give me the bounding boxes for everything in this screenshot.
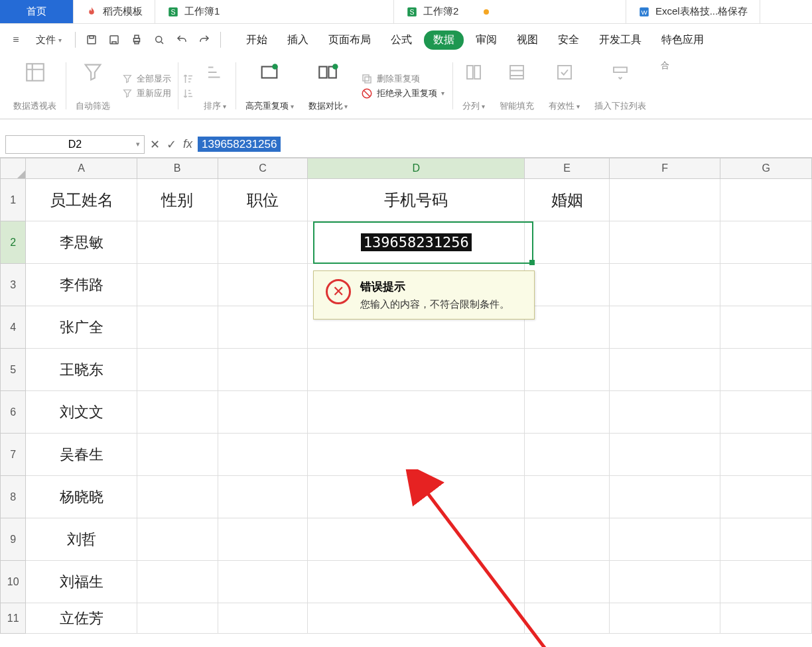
cell-A7[interactable]: 吴春生 xyxy=(26,434,137,476)
cell-G8[interactable] xyxy=(720,476,812,518)
ribbon-tab-special[interactable]: 特色应用 xyxy=(653,29,712,51)
rg-smartfill[interactable]: 智能填充 xyxy=(493,58,541,113)
tab-home[interactable]: 首页 xyxy=(0,0,74,23)
row-header-7[interactable]: 7 xyxy=(0,434,26,476)
menu-icon[interactable]: ≡ xyxy=(7,30,25,49)
cell-C8[interactable] xyxy=(218,476,308,518)
cell-E2[interactable] xyxy=(525,221,610,264)
cell-D9[interactable] xyxy=(308,518,525,561)
cell-C2[interactable] xyxy=(218,221,308,264)
cell-B6[interactable] xyxy=(137,391,218,434)
ribbon-tab-review[interactable]: 审阅 xyxy=(468,29,505,51)
cell-A5[interactable]: 王晓东 xyxy=(26,349,137,391)
ribbon-tab-dev[interactable]: 开发工具 xyxy=(591,29,649,51)
cell-B1[interactable]: 性别 xyxy=(137,179,218,221)
save-as-icon[interactable] xyxy=(105,30,123,49)
cell-F2[interactable] xyxy=(610,221,720,264)
cell-E7[interactable] xyxy=(525,434,610,476)
cell-G3[interactable] xyxy=(720,264,812,306)
cell-G5[interactable] xyxy=(720,349,812,391)
cell-G11[interactable] xyxy=(720,603,812,634)
ribbon-tab-security[interactable]: 安全 xyxy=(550,29,587,51)
cell-E1[interactable]: 婚姻 xyxy=(525,179,610,221)
cell-A9[interactable]: 刘哲 xyxy=(26,518,137,561)
cell-F11[interactable] xyxy=(610,603,720,634)
rg-split[interactable]: 分列 ▾ xyxy=(456,58,492,113)
formula-input[interactable]: 139658231256 xyxy=(198,138,807,151)
row-header-5[interactable]: 5 xyxy=(0,349,26,391)
ribbon-tab-insert[interactable]: 插入 xyxy=(279,29,316,51)
rg-autofilter[interactable]: 自动筛选 xyxy=(69,58,117,113)
col-header-A[interactable]: A xyxy=(26,158,137,179)
fx-icon[interactable]: fx xyxy=(183,137,192,151)
cell-C7[interactable] xyxy=(218,434,308,476)
rg-dropdown[interactable]: 插入下拉列表 xyxy=(588,58,653,113)
cell-C4[interactable] xyxy=(218,306,308,349)
cell-B4[interactable] xyxy=(137,306,218,349)
cell-C1[interactable]: 职位 xyxy=(218,179,308,221)
cell-E10[interactable] xyxy=(525,561,610,603)
cell-D10[interactable] xyxy=(308,561,525,603)
rg-showall[interactable]: 全部显示 xyxy=(122,73,171,85)
col-header-C[interactable]: C xyxy=(218,158,308,179)
cell-G10[interactable] xyxy=(720,561,812,603)
cell-C9[interactable] xyxy=(218,518,308,561)
cell-F4[interactable] xyxy=(610,306,720,349)
cell-B10[interactable] xyxy=(137,561,218,603)
cell-G4[interactable] xyxy=(720,306,812,349)
col-header-E[interactable]: E xyxy=(525,158,610,179)
cell-G9[interactable] xyxy=(720,518,812,561)
cell-F5[interactable] xyxy=(610,349,720,391)
cell-A8[interactable]: 杨晓晓 xyxy=(26,476,137,518)
cell-G6[interactable] xyxy=(720,391,812,434)
chevron-down-icon[interactable]: ▾ xyxy=(136,140,140,148)
cell-B2[interactable] xyxy=(137,221,218,264)
row-header-10[interactable]: 10 xyxy=(0,561,26,603)
cell-A4[interactable]: 张广全 xyxy=(26,306,137,349)
cell-D6[interactable] xyxy=(308,391,525,434)
cell-F8[interactable] xyxy=(610,476,720,518)
sort-desc-icon[interactable] xyxy=(182,88,194,99)
cell-F6[interactable] xyxy=(610,391,720,434)
cell-A3[interactable]: 李伟路 xyxy=(26,264,137,306)
cell-E8[interactable] xyxy=(525,476,610,518)
cell-D11[interactable] xyxy=(308,603,525,634)
row-header-6[interactable]: 6 xyxy=(0,391,26,434)
redo-icon[interactable] xyxy=(195,30,214,49)
cell-G7[interactable] xyxy=(720,434,812,476)
row-header-4[interactable]: 4 xyxy=(0,306,26,349)
cell-B8[interactable] xyxy=(137,476,218,518)
cell-E3[interactable] xyxy=(525,264,610,306)
ribbon-tab-data[interactable]: 数据 xyxy=(424,30,464,50)
ribbon-tab-start[interactable]: 开始 xyxy=(238,29,275,51)
ribbon-tab-view[interactable]: 视图 xyxy=(509,29,546,51)
cell-A6[interactable]: 刘文文 xyxy=(26,391,137,434)
cell-E6[interactable] xyxy=(525,391,610,434)
ribbon-tab-layout[interactable]: 页面布局 xyxy=(320,29,379,51)
row-header-2[interactable]: 2 xyxy=(0,221,26,264)
cell-F10[interactable] xyxy=(610,561,720,603)
cell-F7[interactable] xyxy=(610,434,720,476)
col-header-F[interactable]: F xyxy=(610,158,720,179)
tab-template[interactable]: 稻壳模板 xyxy=(74,0,155,23)
cell-D7[interactable] xyxy=(308,434,525,476)
rg-reject-dup[interactable]: 拒绝录入重复项 ▾ xyxy=(361,88,444,99)
col-header-B[interactable]: B xyxy=(137,158,218,179)
preview-icon[interactable] xyxy=(150,30,169,49)
col-header-D[interactable]: D xyxy=(308,158,525,179)
cell-D2[interactable]: 139658231256 xyxy=(308,221,525,264)
cell-F9[interactable] xyxy=(610,518,720,561)
cell-G1[interactable] xyxy=(720,179,812,221)
rg-highlight[interactable]: 高亮重复项 ▾ xyxy=(239,58,301,113)
rg-pivot[interactable]: 数据透视表 xyxy=(7,58,63,113)
cell-A11[interactable]: 立佐芳 xyxy=(26,603,137,634)
tab-excel-tips[interactable]: W Excel表格技...格保存 xyxy=(626,0,760,23)
cell-C5[interactable] xyxy=(218,349,308,391)
ribbon-tab-formula[interactable]: 公式 xyxy=(383,29,420,51)
cell-F1[interactable] xyxy=(610,179,720,221)
cell-E4[interactable] xyxy=(525,306,610,349)
cell-C6[interactable] xyxy=(218,391,308,434)
rg-remove-dup[interactable]: 删除重复项 xyxy=(361,73,444,85)
tab-workbook2[interactable]: S 工作簿2 xyxy=(394,0,626,23)
print-icon[interactable] xyxy=(127,30,146,49)
